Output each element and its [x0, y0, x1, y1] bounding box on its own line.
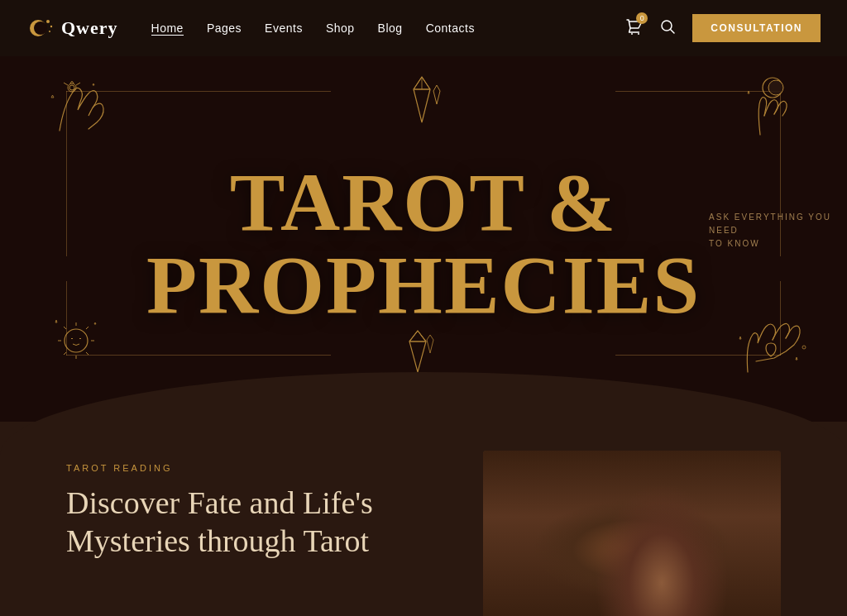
nav-item-blog[interactable]: Blog: [378, 21, 403, 36]
svg-point-5: [631, 33, 633, 35]
hero-content: TAROT & PROPHECIES ASK EVERYTHING YOU NE…: [146, 161, 701, 327]
svg-line-25: [86, 352, 89, 355]
navbar: Qwery Home Pages Events Shop Blog Contac…: [0, 0, 847, 56]
nav-link-shop[interactable]: Shop: [326, 21, 355, 35]
hero-title: TAROT & PROPHECIES: [146, 161, 701, 327]
svg-point-6: [638, 33, 639, 35]
svg-point-3: [50, 26, 52, 27]
consultation-button[interactable]: CONSULTATION: [692, 14, 821, 42]
bottom-text: TAROT READING Discover Fate and Life's M…: [0, 446, 373, 560]
nav-links: Home Pages Events Shop Blog Contacts: [151, 21, 625, 36]
cart-icon[interactable]: 0: [624, 17, 643, 40]
svg-marker-29: [427, 335, 433, 353]
nav-item-pages[interactable]: Pages: [207, 21, 242, 36]
hero-title-line2: PROPHECIES: [146, 239, 701, 331]
svg-line-22: [64, 327, 66, 329]
crystal-bottom-icon: [397, 327, 438, 376]
nav-link-blog[interactable]: Blog: [378, 21, 403, 35]
nav-item-home[interactable]: Home: [151, 21, 184, 36]
bottom-heading-line1: Discover Fate and Life's: [66, 485, 373, 520]
svg-marker-27: [409, 331, 426, 341]
nav-link-home[interactable]: Home: [151, 21, 184, 36]
nav-item-contacts[interactable]: Contacts: [426, 21, 475, 36]
svg-point-2: [46, 20, 50, 23]
cart-badge: 0: [636, 12, 648, 24]
svg-line-24: [64, 352, 66, 355]
hero-subtitle-line2: TO KNOW: [709, 239, 760, 248]
nav-link-contacts[interactable]: Contacts: [426, 21, 475, 35]
svg-point-16: [768, 80, 783, 95]
logo-icon: [26, 13, 56, 43]
tarot-reading-label: TAROT READING: [66, 463, 373, 473]
bottom-photo: [483, 451, 781, 616]
hand-moon-icon: [723, 73, 797, 139]
svg-point-30: [802, 346, 806, 349]
nav-link-pages[interactable]: Pages: [207, 21, 242, 35]
search-svg: [659, 18, 676, 35]
svg-marker-26: [409, 331, 426, 372]
svg-point-9: [69, 85, 74, 90]
hero-subtitle-line1: ASK EVERYTHING YOU NEED: [709, 212, 831, 235]
svg-line-23: [86, 327, 89, 329]
hand-rose-icon: [43, 73, 109, 139]
nav-item-shop[interactable]: Shop: [326, 21, 355, 36]
svg-marker-14: [433, 85, 440, 104]
hero-title-line1: TAROT &: [230, 156, 618, 248]
nav-item-events[interactable]: Events: [265, 21, 303, 36]
logo[interactable]: Qwery: [26, 13, 118, 43]
nav-link-events[interactable]: Events: [265, 21, 303, 35]
logo-text: Qwery: [61, 17, 118, 39]
svg-point-17: [65, 329, 88, 352]
photo-content: [483, 451, 781, 616]
hero-subtitle: ASK EVERYTHING YOU NEED TO KNOW: [709, 211, 841, 251]
svg-point-4: [49, 31, 50, 32]
hand-heart-icon: [731, 302, 814, 376]
svg-point-1: [34, 21, 47, 35]
sun-icon: [43, 306, 109, 372]
bottom-heading: Discover Fate and Life's Mysteries throu…: [66, 485, 373, 560]
crystal-top-icon: [397, 73, 447, 131]
nav-right: 0 CONSULTATION: [624, 14, 821, 42]
search-icon[interactable]: [659, 18, 676, 39]
bottom-section: TAROT READING Discover Fate and Life's M…: [0, 422, 847, 616]
bottom-heading-line2: Mysteries through Tarot: [66, 523, 369, 558]
